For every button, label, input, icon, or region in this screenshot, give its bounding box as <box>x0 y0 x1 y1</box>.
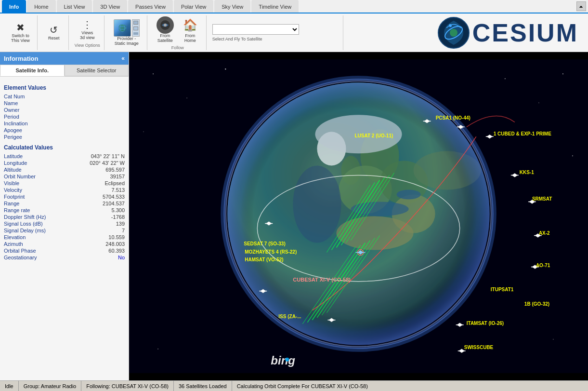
svg-text:CUBESAT XI-V (CO-58): CUBESAT XI-V (CO-58) <box>293 277 351 283</box>
toolbar-group-switch: ✖ Switch toThis View <box>4 15 38 50</box>
calc-field-7: Range2104.537 <box>4 200 125 207</box>
switch-icon: ✖ <box>16 22 25 33</box>
tab-bar: Info Home List View 3D View Passes View … <box>0 0 588 13</box>
field-cat-num: Cat Num <box>4 93 125 100</box>
svg-point-83 <box>285 358 289 362</box>
toolbar-group-follow: FromSatellite 🏠 FromHome Follow <box>149 15 207 50</box>
svg-point-11 <box>186 97 187 98</box>
calc-field-14: Orbital Phase60.393 <box>4 247 125 254</box>
sidebar-header: Information « <box>0 52 129 65</box>
select-satellite-group: Select And Fly To Satellite <box>209 15 343 50</box>
svg-text:LUSAT 2 (UO-11): LUSAT 2 (UO-11) <box>354 133 393 138</box>
switch-to-view-button[interactable]: ✖ Switch toThis View <box>8 20 33 45</box>
tab-timeline-view[interactable]: Timeline View <box>251 0 299 13</box>
calc-field-5: Velocity7.513 <box>4 187 125 193</box>
tab-home[interactable]: Home <box>27 0 55 13</box>
toolbar-group-provider: Provider -Static Image <box>106 15 147 50</box>
sidebar-content: Element Values Cat Num Name Owner Period… <box>0 77 129 380</box>
sidebar: Information « Satellite Info. Satellite … <box>0 52 129 380</box>
svg-point-15 <box>562 73 563 74</box>
globe-area[interactable]: PCSA1 (NO-44) 1 CUBED & EXP-1 PRIME LUSA… <box>129 52 588 380</box>
reset-button[interactable]: ↺ Reset <box>43 23 65 42</box>
tab-passes-view[interactable]: Passes View <box>128 0 173 13</box>
select-satellite-dropdown[interactable] <box>212 24 299 35</box>
svg-point-18 <box>553 339 554 340</box>
follow-label: Follow <box>171 45 184 50</box>
svg-text:1 CUBED & EXP-1 PRIME: 1 CUBED & EXP-1 PRIME <box>494 131 551 136</box>
from-home-button[interactable]: 🏠 FromHome <box>178 15 202 45</box>
tab-3d-view[interactable]: 3D View <box>93 0 127 13</box>
toolbar-group-views: ⋮ Views3d view View Options <box>71 15 105 50</box>
svg-point-12 <box>225 68 226 69</box>
field-name: Name <box>4 100 125 107</box>
svg-point-17 <box>572 155 573 156</box>
svg-point-7 <box>450 29 457 37</box>
svg-text:PCSA1 (NO-44): PCSA1 (NO-44) <box>436 115 470 121</box>
svg-text:SEDSAT 7 (SO-33): SEDSAT 7 (SO-33) <box>244 241 286 246</box>
svg-text:ITUPSAT1: ITUPSAT1 <box>491 287 514 292</box>
views-button[interactable]: ⋮ Views3d view <box>77 17 98 42</box>
svg-point-10 <box>153 73 154 74</box>
tab-satellite-selector[interactable]: Satellite Selector <box>65 65 129 76</box>
view-options-label: View Options <box>75 43 100 48</box>
calc-field-10: Signal Loss (dB)139 <box>4 220 125 227</box>
calc-field-15: GeostationaryNo <box>4 254 125 261</box>
tab-polar-view[interactable]: Polar View <box>174 0 213 13</box>
calc-field-8: Range rate5.300 <box>4 207 125 214</box>
field-perigee: Perigee <box>4 134 125 140</box>
status-idle: Idle <box>0 381 19 391</box>
svg-text:KKS-1: KKS-1 <box>520 170 534 175</box>
calc-field-6: Footprint5704.533 <box>4 193 125 200</box>
sidebar-tabs: Satellite Info. Satellite Selector <box>0 65 129 77</box>
status-bar: Idle Group: Amateur Radio Following: CUB… <box>0 380 588 391</box>
cesium-text: CESIUM <box>472 18 578 47</box>
cesium-logo: CESIUM <box>437 16 584 50</box>
svg-point-19 <box>157 349 158 350</box>
from-satellite-button[interactable]: FromSatellite <box>153 15 177 45</box>
svg-point-4 <box>164 24 167 27</box>
from-satellite-label: FromSatellite <box>157 34 173 43</box>
views-label: Views3d view <box>80 31 95 40</box>
calc-field-13: Azimuth248.003 <box>4 241 125 247</box>
svg-text:AX-2: AX-2 <box>539 230 550 236</box>
svg-text:SRMSAT: SRMSAT <box>532 196 552 202</box>
sidebar-title: Information <box>4 55 39 62</box>
calc-field-3: Orbit Number39157 <box>4 173 125 180</box>
calculated-values-title: Calculated Values <box>4 144 125 151</box>
from-home-label: FromHome <box>184 34 196 43</box>
calc-field-0: Latitude043° 22' 11" N <box>4 153 125 160</box>
status-following: Following: CUBESAT XI-V (CO-58) <box>81 381 174 391</box>
svg-point-0 <box>118 24 126 32</box>
tab-list-view[interactable]: List View <box>57 0 92 13</box>
tab-sky-view[interactable]: Sky View <box>214 0 250 13</box>
field-period: Period <box>4 113 125 120</box>
svg-point-16 <box>143 132 144 133</box>
globe-svg: PCSA1 (NO-44) 1 CUBED & EXP-1 PRIME LUSA… <box>129 52 588 380</box>
status-satellites-loaded: 36 Satellites Loaded <box>174 381 232 391</box>
svg-text:ISS (ZA-...: ISS (ZA-... <box>278 314 301 319</box>
select-satellite-label: Select And Fly To Satellite <box>212 37 262 41</box>
provider-label: Provider -Static Image <box>115 37 139 46</box>
tab-info[interactable]: Info <box>2 0 26 13</box>
sidebar-collapse-button[interactable]: « <box>121 55 125 62</box>
calc-field-1: Longitude020° 43' 22" W <box>4 160 125 166</box>
status-group: Group: Amateur Radio <box>19 381 81 391</box>
svg-text:bing: bing <box>271 354 295 367</box>
svg-point-13 <box>505 78 506 79</box>
tab-satellite-info[interactable]: Satellite Info. <box>0 65 65 76</box>
collapse-tabs-button[interactable]: ⏶ <box>576 1 586 11</box>
calc-field-4: VisibleEclipsed <box>4 180 125 187</box>
main-content: Information « Satellite Info. Satellite … <box>0 52 588 380</box>
field-inclination: Inclination <box>4 120 125 127</box>
switch-label: Switch toThis View <box>11 34 30 43</box>
provider-button[interactable]: Provider -Static Image <box>110 18 143 48</box>
calc-field-2: Altitude695.597 <box>4 166 125 173</box>
toolbar-group-reset: ↺ Reset <box>39 15 69 50</box>
cesium-logo-icon <box>437 16 470 50</box>
provider-icon <box>114 19 131 37</box>
svg-point-14 <box>538 102 539 103</box>
svg-text:1B (GO-32): 1B (GO-32) <box>524 301 549 307</box>
views-icon: ⋮ <box>82 19 92 30</box>
svg-text:SWISSCUBE: SWISSCUBE <box>464 345 494 350</box>
svg-text:MOZHAYETS 4 (RS-22): MOZHAYETS 4 (RS-22) <box>245 249 297 255</box>
